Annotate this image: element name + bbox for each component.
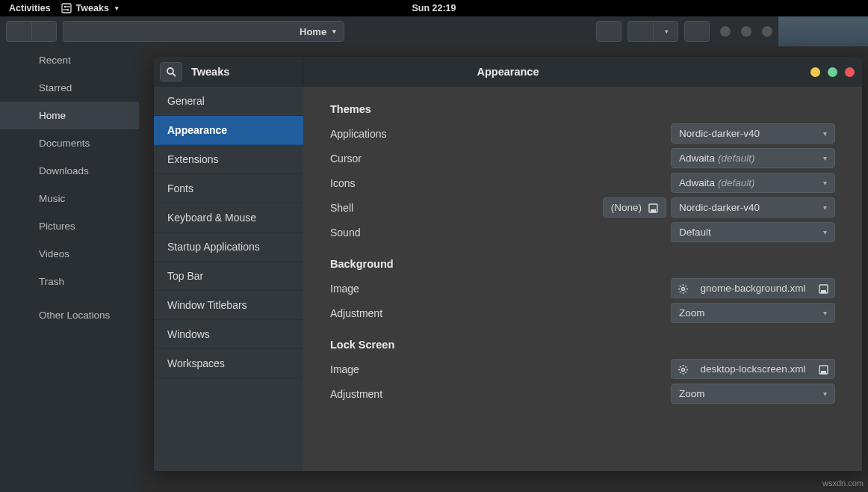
nav-back-button[interactable] xyxy=(6,21,31,42)
shell-label: Shell xyxy=(330,202,603,214)
view-dropdown-button[interactable]: ▾ xyxy=(653,21,678,42)
sidebar-item-music[interactable]: Music xyxy=(0,185,139,212)
sidebar-item-trash[interactable]: Trash xyxy=(0,268,139,295)
chevron-down-icon: ▾ xyxy=(823,228,827,236)
window-close-button[interactable] xyxy=(845,67,855,77)
sidebar-item-recent[interactable]: Recent xyxy=(0,46,139,74)
gear-icon xyxy=(678,283,688,294)
icons-label: Icons xyxy=(330,177,671,189)
path-label: Home xyxy=(300,26,326,37)
icons-combo[interactable]: Adwaita(default)▾ xyxy=(671,173,835,193)
combo-value: Default xyxy=(679,227,711,238)
bg-adjustment-label: Adjustment xyxy=(330,307,671,319)
themes-heading: Themes xyxy=(330,103,835,115)
applications-combo[interactable]: Nordic-darker-v40▾ xyxy=(671,123,835,144)
ls-image-file-button[interactable]: desktop-lockscreen.xml xyxy=(671,359,835,379)
ls-image-label: Image xyxy=(330,363,671,375)
cursor-label: Cursor xyxy=(330,153,671,164)
path-bar-home[interactable]: Home ▾ xyxy=(63,21,344,42)
window-maximize-button[interactable] xyxy=(828,67,837,77)
row-cursor: Cursor Adwaita(default)▾ xyxy=(330,146,835,170)
row-bg-image: Image gnome-background.xml xyxy=(330,276,835,301)
lockscreen-heading: Lock Screen xyxy=(330,339,835,351)
watermark: wsxdn.com xyxy=(822,479,864,488)
combo-suffix: (default) xyxy=(718,177,755,188)
chevron-down-icon: ▾ xyxy=(823,129,827,138)
chevron-down-icon: ▾ xyxy=(665,28,669,35)
combo-value: Adwaita xyxy=(679,153,715,164)
nav-fonts[interactable]: Fonts xyxy=(154,174,303,203)
sidebar-item-documents[interactable]: Documents xyxy=(0,129,139,157)
window-minimize-button[interactable] xyxy=(810,67,820,77)
gear-icon xyxy=(678,364,688,375)
save-icon xyxy=(818,364,828,375)
row-icons: Icons Adwaita(default)▾ xyxy=(330,170,835,195)
sidebar-item-home[interactable]: Home xyxy=(0,102,139,129)
sound-label: Sound xyxy=(330,227,671,239)
shell-extra-label: (None) xyxy=(611,202,642,213)
bg-image-file-button[interactable]: gnome-background.xml xyxy=(671,278,835,298)
nav-windows[interactable]: Windows xyxy=(154,320,303,349)
toolbar-search-button[interactable] xyxy=(596,21,621,42)
nav-top-bar[interactable]: Top Bar xyxy=(154,262,303,291)
row-bg-adjustment: Adjustment Zoom▾ xyxy=(330,301,835,325)
sidebar-item-pictures[interactable]: Pictures xyxy=(0,212,139,240)
view-grid-button[interactable] xyxy=(627,21,653,42)
nav-extensions[interactable]: Extensions xyxy=(154,145,303,174)
nav-general[interactable]: General xyxy=(154,87,303,116)
bg-image-label: Image xyxy=(330,283,671,295)
tweaks-nav: General Appearance Extensions Fonts Keyb… xyxy=(154,87,303,471)
window-minimize-button[interactable] xyxy=(720,26,731,37)
applications-label: Applications xyxy=(330,128,671,140)
tweaks-icon xyxy=(61,3,72,13)
combo-value: Nordic-darker-v40 xyxy=(679,202,760,213)
save-icon xyxy=(648,203,658,213)
window-maximize-button[interactable] xyxy=(741,26,751,37)
chevron-down-icon: ▾ xyxy=(823,154,827,162)
sound-combo[interactable]: Default▾ xyxy=(671,222,835,242)
sidebar-item-downloads[interactable]: Downloads xyxy=(0,157,139,185)
nav-forward-button[interactable] xyxy=(31,21,57,42)
files-sidebar: Recent Starred Home Documents Downloads … xyxy=(0,46,139,492)
chevron-down-icon: ▾ xyxy=(823,179,827,187)
save-icon xyxy=(818,283,828,294)
bg-adjustment-combo[interactable]: Zoom▾ xyxy=(671,303,835,323)
row-ls-adjustment: Adjustment Zoom▾ xyxy=(330,381,835,406)
sidebar-item-other-locations[interactable]: Other Locations xyxy=(0,301,139,329)
combo-value: Adwaita xyxy=(679,177,715,188)
tweaks-title: Tweaks xyxy=(191,66,229,78)
nav-appearance[interactable]: Appearance xyxy=(154,116,303,145)
row-applications: Applications Nordic-darker-v40▾ xyxy=(330,121,835,146)
shell-combo[interactable]: Nordic-darker-v40▾ xyxy=(671,197,835,218)
files-toolbar: Home ▾ ▾ xyxy=(0,16,778,46)
sidebar-item-videos[interactable]: Videos xyxy=(0,240,139,268)
desktop-background-strip xyxy=(778,16,868,46)
nav-workspaces[interactable]: Workspaces xyxy=(154,349,303,378)
file-name: gnome-background.xml xyxy=(694,283,812,294)
tweaks-window: Tweaks Appearance General Appearance Ext… xyxy=(154,57,862,471)
ls-adjustment-combo[interactable]: Zoom▾ xyxy=(671,384,835,404)
row-sound: Sound Default▾ xyxy=(330,220,835,245)
cursor-combo[interactable]: Adwaita(default)▾ xyxy=(671,148,835,168)
shell-file-button[interactable]: (None) xyxy=(603,197,666,218)
chevron-down-icon: ▾ xyxy=(332,28,336,35)
search-icon xyxy=(166,67,176,77)
chevron-down-icon: ▾ xyxy=(823,390,827,398)
tweaks-search-button[interactable] xyxy=(160,62,182,82)
tweaks-header: Tweaks Appearance xyxy=(154,57,862,87)
nav-startup-applications[interactable]: Startup Applications xyxy=(154,233,303,262)
row-shell: Shell (None) Nordic-darker-v40▾ xyxy=(330,195,835,220)
ls-adjustment-label: Adjustment xyxy=(330,388,671,400)
nav-window-titlebars[interactable]: Window Titlebars xyxy=(154,291,303,320)
sidebar-item-starred[interactable]: Starred xyxy=(0,74,139,102)
window-close-button[interactable] xyxy=(762,26,772,37)
row-ls-image: Image desktop-lockscreen.xml xyxy=(330,357,835,381)
clock[interactable]: Sun 22:19 xyxy=(412,3,456,13)
nav-keyboard-mouse[interactable]: Keyboard & Mouse xyxy=(154,203,303,233)
combo-value: Zoom xyxy=(679,307,705,319)
background-heading: Background xyxy=(330,258,835,270)
combo-value: Zoom xyxy=(679,388,705,399)
chevron-down-icon: ▾ xyxy=(823,309,827,317)
file-name: desktop-lockscreen.xml xyxy=(694,363,812,375)
hamburger-menu-button[interactable] xyxy=(684,21,710,42)
